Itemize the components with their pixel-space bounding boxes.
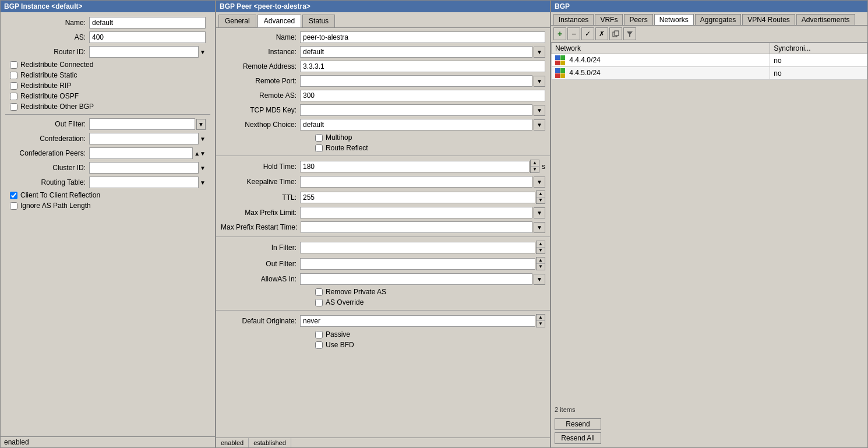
tcp-md5-dropdown-btn[interactable]: ▼ <box>534 105 545 116</box>
as-input[interactable]: 400 <box>89 31 206 43</box>
out-filter-down-btn[interactable]: ▼ <box>537 264 545 270</box>
max-prefix-restart-input[interactable] <box>301 221 532 233</box>
as-override-checkbox[interactable] <box>315 299 323 306</box>
add-button[interactable]: + <box>553 27 566 40</box>
default-originate-input[interactable] <box>300 315 535 327</box>
routing-table-input[interactable] <box>89 177 199 188</box>
out-filter-dropdown-btn[interactable]: ▼ <box>196 119 206 130</box>
tab-instances[interactable]: Instances <box>553 14 594 25</box>
remote-port-dropdown-btn[interactable]: ▼ <box>534 76 545 87</box>
tcp-md5-input[interactable] <box>300 104 532 116</box>
keepalive-time-input[interactable] <box>300 176 532 188</box>
resend-all-button[interactable]: Resend All <box>555 432 601 444</box>
tab-aggregates[interactable]: Aggregates <box>695 14 741 25</box>
tab-vrfs[interactable]: VRFs <box>595 14 623 25</box>
remove-private-as-checkbox[interactable] <box>315 288 323 296</box>
route-reflect-checkbox[interactable] <box>315 144 323 152</box>
confederation-peers-input[interactable] <box>89 147 193 159</box>
out-filter-peer-input[interactable] <box>300 258 535 270</box>
redistribute-ospf-checkbox[interactable] <box>10 93 17 100</box>
in-filter-input[interactable] <box>300 242 535 253</box>
allowas-in-dropdown-btn[interactable]: ▼ <box>534 274 545 285</box>
peer-instance-input[interactable] <box>300 46 532 58</box>
network-icon <box>555 68 565 78</box>
client-to-client-checkbox[interactable] <box>10 192 17 199</box>
tab-advanced[interactable]: Advanced <box>257 15 301 27</box>
peer-instance-dropdown-btn[interactable]: ▼ <box>534 47 545 58</box>
hold-time-up-btn[interactable]: ▲ <box>531 160 539 167</box>
cluster-id-row: Cluster ID: ▼ <box>5 162 210 174</box>
in-filter-down-btn[interactable]: ▼ <box>537 248 545 253</box>
keepalive-dropdown-btn[interactable]: ▼ <box>534 177 545 188</box>
default-originate-label: Default Originate: <box>221 317 297 325</box>
ignore-as-path-checkbox[interactable] <box>10 202 17 210</box>
multihop-label: Multihop <box>326 133 352 142</box>
allowas-in-input[interactable] <box>300 273 532 285</box>
tcp-md5-label: TCP MD5 Key: <box>221 106 297 114</box>
confederation-label: Confederation: <box>10 135 86 143</box>
ttl-down-btn[interactable]: ▼ <box>537 197 545 203</box>
use-bfd-checkbox[interactable] <box>315 341 323 349</box>
ttl-spinner[interactable]: ▲ ▼ <box>536 191 545 204</box>
remote-as-input[interactable] <box>300 90 545 101</box>
table-row[interactable]: 4.4.4.0/24 no <box>552 54 867 67</box>
out-filter-peer-label: Out Filter: <box>221 260 297 268</box>
tab-networks[interactable]: Networks <box>654 14 694 25</box>
ttl-up-btn[interactable]: ▲ <box>537 191 545 197</box>
resend-button[interactable]: Resend <box>555 418 601 430</box>
client-to-client-label: Client To Client Reflection <box>20 191 100 199</box>
hold-time-input[interactable] <box>300 161 530 172</box>
remove-button[interactable]: − <box>567 27 580 40</box>
tab-general[interactable]: General <box>218 15 256 27</box>
in-filter-up-btn[interactable]: ▲ <box>537 241 545 248</box>
redistribute-connected-checkbox[interactable] <box>10 61 17 69</box>
passive-checkbox[interactable] <box>315 331 323 338</box>
route-reflect-label: Route Reflect <box>326 144 368 152</box>
tab-status[interactable]: Status <box>302 15 335 27</box>
name-input[interactable]: default <box>89 17 206 29</box>
nexthop-choice-dropdown-btn[interactable]: ▼ <box>534 119 545 130</box>
out-filter-up-btn[interactable]: ▲ <box>537 257 545 264</box>
tab-peers[interactable]: Peers <box>624 14 652 25</box>
confederation-input[interactable] <box>89 133 199 144</box>
cluster-id-dropdown-btn[interactable]: ▼ <box>200 165 206 171</box>
hold-time-down-btn[interactable]: ▼ <box>531 167 539 172</box>
as-label: AS: <box>10 33 86 41</box>
default-originate-up-btn[interactable]: ▲ <box>537 315 545 321</box>
routerid-input[interactable] <box>89 46 199 58</box>
synchronize-cell: no <box>770 54 867 67</box>
tab-advertisements[interactable]: Advertisements <box>796 14 855 25</box>
nexthop-choice-input[interactable] <box>300 119 532 130</box>
redistribute-rip-checkbox[interactable] <box>10 82 17 90</box>
multihop-checkbox[interactable] <box>315 134 323 142</box>
max-prefix-limit-input[interactable] <box>300 207 532 218</box>
confederation-dropdown-btn[interactable]: ▼ <box>200 136 206 142</box>
peer-name-input[interactable]: peer-to-alestra <box>300 31 545 43</box>
routing-table-dropdown-btn[interactable]: ▼ <box>200 179 206 186</box>
cluster-id-input[interactable] <box>89 162 199 174</box>
in-filter-spinner[interactable]: ▲ ▼ <box>536 241 545 254</box>
routerid-dropdown-btn[interactable]: ▼ <box>200 49 206 55</box>
redistribute-other-bgp-checkbox[interactable] <box>10 103 17 111</box>
remote-port-input[interactable] <box>300 75 532 87</box>
default-originate-spinner[interactable]: ▲ ▼ <box>536 314 545 327</box>
filter-button[interactable] <box>623 27 636 40</box>
ttl-input[interactable] <box>300 192 535 203</box>
check-button[interactable]: ✓ <box>581 27 594 40</box>
table-row[interactable]: 4.4.5.0/24 no <box>552 67 867 80</box>
default-originate-down-btn[interactable]: ▼ <box>537 321 545 327</box>
redistribute-other-bgp-row: Redistribute Other BGP <box>5 103 210 111</box>
redistribute-static-checkbox[interactable] <box>10 72 17 79</box>
out-filter-input[interactable] <box>89 118 195 130</box>
hold-time-spinner[interactable]: ▲ ▼ <box>530 160 539 173</box>
copy-button[interactable] <box>609 27 622 40</box>
remote-address-input[interactable]: 3.3.3.1 <box>300 61 545 72</box>
max-prefix-restart-dropdown-btn[interactable]: ▼ <box>534 222 545 233</box>
out-filter-peer-spinner[interactable]: ▲ ▼ <box>536 257 545 270</box>
confederation-peers-dropdown-btn[interactable]: ▲▼ <box>194 150 206 157</box>
tab-vpn4routes[interactable]: VPN4 Routes <box>742 14 795 25</box>
cross-button[interactable]: ✗ <box>595 27 608 40</box>
tcp-md5-row: TCP MD5 Key: ▼ <box>216 104 550 116</box>
cluster-id-label: Cluster ID: <box>10 164 86 172</box>
max-prefix-limit-dropdown-btn[interactable]: ▼ <box>534 207 545 218</box>
